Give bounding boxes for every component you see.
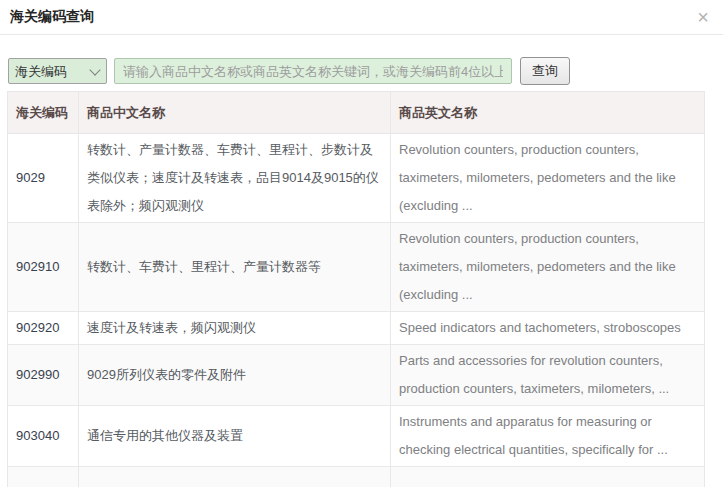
table-row[interactable]: 9029 转数计、产量计数器、车费计、里程计、步数计及类似仪表；速度计及转速表，…: [8, 134, 705, 223]
table-row[interactable]: 902920 速度计及转速表，频闪观测仪 Speed indicators an…: [8, 312, 705, 345]
search-bar: 海关编码 查询: [8, 57, 715, 85]
close-icon[interactable]: ×: [693, 7, 713, 27]
cell-en-name: Speed indicators and tachometers, strobo…: [391, 312, 705, 345]
cell-code: 903040: [8, 406, 79, 467]
table-row[interactable]: 903040 通信专用的其他仪器及装置 Instruments and appa…: [8, 406, 705, 467]
cell-en-name: Revolution counters, production counters…: [391, 134, 705, 223]
search-type-select-control[interactable]: 海关编码: [8, 58, 107, 84]
cell-cn-name: 速度计及转速表，频闪观测仪: [79, 312, 391, 345]
cell-en-name: Revolution counters, production counters…: [391, 223, 705, 312]
search-type-select[interactable]: 海关编码: [8, 58, 107, 84]
cell-cn-name: 通信专用的其他仪器及装置: [79, 406, 391, 467]
cell-cn-name: 转数计、产量计数器、车费计、里程计、步数计及类似仪表；速度计及转速表，品目901…: [79, 134, 391, 223]
dialog-title: 海关编码查询: [10, 8, 94, 26]
cell-code: 902920: [8, 312, 79, 345]
table-header-row: 海关编码 商品中文名称 商品英文名称: [8, 92, 705, 134]
table-row[interactable]: 902990 9029所列仪表的零件及附件 Parts and accessor…: [8, 345, 705, 406]
table-row[interactable]: 902910 转数计、车费计、里程计、产量计数器等 Revolution cou…: [8, 223, 705, 312]
query-button[interactable]: 查询: [520, 57, 570, 85]
search-input[interactable]: [114, 58, 512, 84]
results-table: 海关编码 商品中文名称 商品英文名称 9029 转数计、产量计数器、车费计、里程…: [7, 91, 705, 487]
hs-code-query-dialog: 海关编码查询 × 海关编码 查询 海关编码 商品中文名称 商品英文名称 9029…: [0, 0, 723, 487]
cell-en-name: Instruments and apparatus for measuring …: [391, 406, 705, 467]
cell-en-name: Parts and accessories for revolution cou…: [391, 345, 705, 406]
col-header-code: 海关编码: [8, 92, 79, 134]
col-header-cn-name: 商品中文名称: [79, 92, 391, 134]
cell-cn-name: 转数计、车费计、里程计、产量计数器等: [79, 223, 391, 312]
cell-cn-name: 测试或检验半导体晶片或元器件用仪器及装置: [79, 467, 391, 487]
dialog-titlebar: 海关编码查询 ×: [0, 0, 723, 35]
results-table-wrap: 海关编码 商品中文名称 商品英文名称 9029 转数计、产量计数器、车费计、里程…: [7, 91, 704, 487]
cell-code: 902990: [8, 345, 79, 406]
cell-cn-name: 9029所列仪表的零件及附件: [79, 345, 391, 406]
col-header-en-name: 商品英文名称: [391, 92, 705, 134]
table-row[interactable]: 903082 测试或检验半导体晶片或元器件用仪器及装置 Instruments …: [8, 467, 705, 487]
cell-en-name: Instruments and apparatus for measuring …: [391, 467, 705, 487]
cell-code: 903082: [8, 467, 79, 487]
cell-code: 9029: [8, 134, 79, 223]
cell-code: 902910: [8, 223, 79, 312]
